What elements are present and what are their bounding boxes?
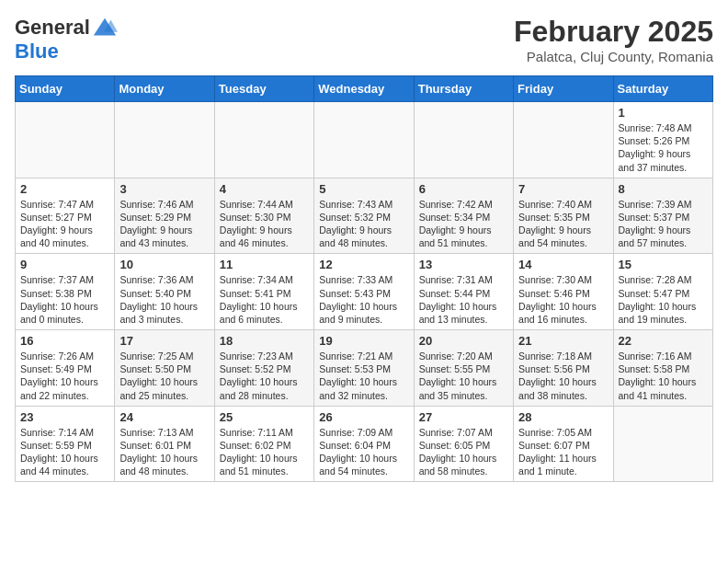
day-number: 24 <box>119 410 209 424</box>
calendar-cell <box>414 102 513 178</box>
logo: General Blue <box>15 15 118 63</box>
day-number: 5 <box>319 182 408 196</box>
calendar-cell <box>613 406 712 482</box>
day-info: Sunrise: 7:05 AM Sunset: 6:07 PM Dayligh… <box>518 426 608 478</box>
weekday-header-thursday: Thursday <box>414 76 513 102</box>
calendar-cell <box>16 102 115 178</box>
weekday-header-tuesday: Tuesday <box>214 76 313 102</box>
calendar-cell: 13Sunrise: 7:31 AM Sunset: 5:44 PM Dayli… <box>414 254 513 330</box>
day-info: Sunrise: 7:37 AM Sunset: 5:38 PM Dayligh… <box>20 273 109 326</box>
calendar-cell: 18Sunrise: 7:23 AM Sunset: 5:52 PM Dayli… <box>214 330 313 407</box>
week-row-4: 16Sunrise: 7:26 AM Sunset: 5:49 PM Dayli… <box>16 330 713 407</box>
week-row-5: 23Sunrise: 7:14 AM Sunset: 5:59 PM Dayli… <box>16 406 713 482</box>
month-year: February 2025 <box>514 15 713 49</box>
day-info: Sunrise: 7:28 AM Sunset: 5:47 PM Dayligh… <box>619 273 708 326</box>
day-info: Sunrise: 7:34 AM Sunset: 5:41 PM Dayligh… <box>220 273 309 326</box>
day-number: 4 <box>220 182 309 196</box>
day-number: 9 <box>20 258 109 271</box>
day-number: 26 <box>319 410 408 424</box>
day-number: 7 <box>518 182 608 196</box>
day-info: Sunrise: 7:20 AM Sunset: 5:55 PM Dayligh… <box>419 350 508 402</box>
calendar-cell: 26Sunrise: 7:09 AM Sunset: 6:04 PM Dayli… <box>314 406 414 482</box>
calendar-cell <box>514 102 613 178</box>
day-number: 28 <box>518 410 608 424</box>
calendar-cell: 11Sunrise: 7:34 AM Sunset: 5:41 PM Dayli… <box>214 254 313 330</box>
page-header: General Blue February 2025 Palatca, Cluj… <box>15 15 713 64</box>
calendar-cell: 20Sunrise: 7:20 AM Sunset: 5:55 PM Dayli… <box>414 330 513 407</box>
day-number: 23 <box>20 410 109 424</box>
weekday-header-wednesday: Wednesday <box>314 76 414 102</box>
day-number: 17 <box>119 334 209 348</box>
calendar-cell: 24Sunrise: 7:13 AM Sunset: 6:01 PM Dayli… <box>115 406 214 482</box>
calendar-cell: 1Sunrise: 7:48 AM Sunset: 5:26 PM Daylig… <box>613 102 712 178</box>
day-number: 11 <box>220 258 309 271</box>
calendar-cell <box>115 102 214 178</box>
weekday-header-saturday: Saturday <box>613 76 712 102</box>
day-info: Sunrise: 7:40 AM Sunset: 5:35 PM Dayligh… <box>518 198 608 250</box>
calendar-cell: 8Sunrise: 7:39 AM Sunset: 5:37 PM Daylig… <box>613 178 712 254</box>
calendar-table: SundayMondayTuesdayWednesdayThursdayFrid… <box>15 75 713 482</box>
calendar-cell: 27Sunrise: 7:07 AM Sunset: 6:05 PM Dayli… <box>414 406 513 482</box>
calendar-cell <box>214 102 313 178</box>
week-row-3: 9Sunrise: 7:37 AM Sunset: 5:38 PM Daylig… <box>16 254 713 330</box>
day-info: Sunrise: 7:23 AM Sunset: 5:52 PM Dayligh… <box>220 350 309 402</box>
day-number: 19 <box>319 334 408 348</box>
day-number: 10 <box>119 258 209 271</box>
day-info: Sunrise: 7:26 AM Sunset: 5:49 PM Dayligh… <box>20 350 109 402</box>
day-info: Sunrise: 7:36 AM Sunset: 5:40 PM Dayligh… <box>119 273 209 326</box>
weekday-header-sunday: Sunday <box>16 76 115 102</box>
day-number: 16 <box>20 334 109 348</box>
calendar-cell: 25Sunrise: 7:11 AM Sunset: 6:02 PM Dayli… <box>214 406 313 482</box>
day-info: Sunrise: 7:16 AM Sunset: 5:58 PM Dayligh… <box>619 350 708 402</box>
calendar-cell: 22Sunrise: 7:16 AM Sunset: 5:58 PM Dayli… <box>613 330 712 407</box>
day-info: Sunrise: 7:31 AM Sunset: 5:44 PM Dayligh… <box>419 273 508 326</box>
day-info: Sunrise: 7:21 AM Sunset: 5:53 PM Dayligh… <box>319 350 408 402</box>
day-info: Sunrise: 7:44 AM Sunset: 5:30 PM Dayligh… <box>220 198 309 250</box>
day-number: 27 <box>419 410 508 424</box>
day-number: 3 <box>119 182 209 196</box>
day-info: Sunrise: 7:09 AM Sunset: 6:04 PM Dayligh… <box>319 426 408 478</box>
calendar-cell: 6Sunrise: 7:42 AM Sunset: 5:34 PM Daylig… <box>414 178 513 254</box>
calendar-cell: 21Sunrise: 7:18 AM Sunset: 5:56 PM Dayli… <box>514 330 613 407</box>
day-info: Sunrise: 7:47 AM Sunset: 5:27 PM Dayligh… <box>20 198 109 250</box>
calendar-cell: 19Sunrise: 7:21 AM Sunset: 5:53 PM Dayli… <box>314 330 414 407</box>
day-number: 8 <box>619 182 708 196</box>
day-info: Sunrise: 7:14 AM Sunset: 5:59 PM Dayligh… <box>20 426 109 478</box>
calendar-cell: 5Sunrise: 7:43 AM Sunset: 5:32 PM Daylig… <box>314 178 414 254</box>
week-row-2: 2Sunrise: 7:47 AM Sunset: 5:27 PM Daylig… <box>16 178 713 254</box>
day-number: 15 <box>619 258 708 271</box>
day-info: Sunrise: 7:39 AM Sunset: 5:37 PM Dayligh… <box>619 198 708 250</box>
logo-blue: Blue <box>15 40 118 63</box>
calendar-cell: 12Sunrise: 7:33 AM Sunset: 5:43 PM Dayli… <box>314 254 414 330</box>
calendar-cell: 4Sunrise: 7:44 AM Sunset: 5:30 PM Daylig… <box>214 178 313 254</box>
logo-general: General <box>15 17 90 39</box>
weekday-header-monday: Monday <box>115 76 214 102</box>
location: Palatca, Cluj County, Romania <box>514 49 713 64</box>
day-number: 20 <box>419 334 508 348</box>
title-block: February 2025 Palatca, Cluj County, Roma… <box>514 15 713 64</box>
day-info: Sunrise: 7:11 AM Sunset: 6:02 PM Dayligh… <box>220 426 309 478</box>
calendar-cell: 16Sunrise: 7:26 AM Sunset: 5:49 PM Dayli… <box>16 330 115 407</box>
calendar-cell: 2Sunrise: 7:47 AM Sunset: 5:27 PM Daylig… <box>16 178 115 254</box>
day-number: 14 <box>518 258 608 271</box>
day-number: 12 <box>319 258 408 271</box>
week-row-1: 1Sunrise: 7:48 AM Sunset: 5:26 PM Daylig… <box>16 102 713 178</box>
calendar-cell: 10Sunrise: 7:36 AM Sunset: 5:40 PM Dayli… <box>115 254 214 330</box>
day-number: 21 <box>518 334 608 348</box>
day-info: Sunrise: 7:42 AM Sunset: 5:34 PM Dayligh… <box>419 198 508 250</box>
day-number: 18 <box>220 334 309 348</box>
calendar-cell: 28Sunrise: 7:05 AM Sunset: 6:07 PM Dayli… <box>514 406 613 482</box>
day-number: 6 <box>419 182 508 196</box>
day-info: Sunrise: 7:48 AM Sunset: 5:26 PM Dayligh… <box>619 121 708 174</box>
calendar-cell: 17Sunrise: 7:25 AM Sunset: 5:50 PM Dayli… <box>115 330 214 407</box>
calendar-cell: 14Sunrise: 7:30 AM Sunset: 5:46 PM Dayli… <box>514 254 613 330</box>
day-number: 1 <box>619 106 708 120</box>
day-number: 22 <box>619 334 708 348</box>
logo-icon <box>92 15 118 40</box>
day-number: 13 <box>419 258 508 271</box>
calendar-cell: 9Sunrise: 7:37 AM Sunset: 5:38 PM Daylig… <box>16 254 115 330</box>
day-info: Sunrise: 7:43 AM Sunset: 5:32 PM Dayligh… <box>319 198 408 250</box>
day-info: Sunrise: 7:30 AM Sunset: 5:46 PM Dayligh… <box>518 273 608 326</box>
day-info: Sunrise: 7:46 AM Sunset: 5:29 PM Dayligh… <box>119 198 209 250</box>
day-number: 2 <box>20 182 109 196</box>
